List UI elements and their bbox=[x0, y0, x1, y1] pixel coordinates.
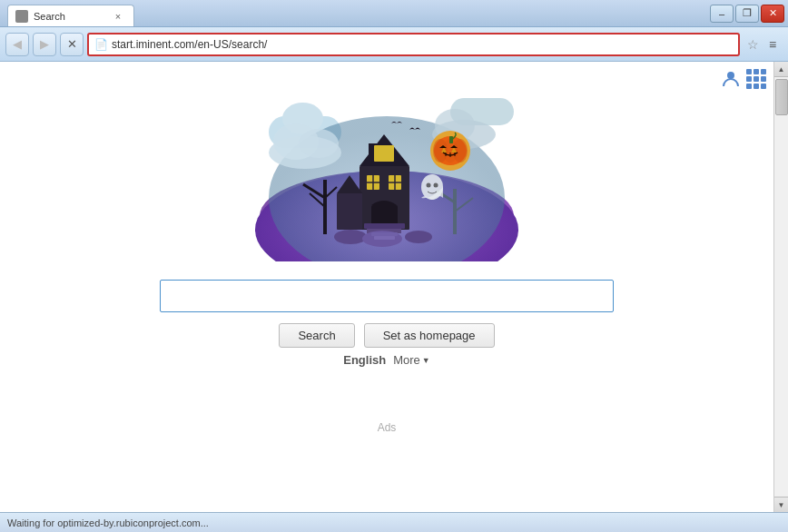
restore-button[interactable]: ❐ bbox=[735, 5, 759, 23]
page-area: Search Set as homepage English More ▼ Ad… bbox=[0, 62, 773, 512]
svg-rect-49 bbox=[371, 232, 398, 236]
browser-tab[interactable]: Search × bbox=[7, 5, 134, 26]
top-right-icons bbox=[721, 69, 766, 89]
navigation-bar: ◀ ▶ ✕ 📄 start.iminent.com/en-US/search/ … bbox=[0, 27, 788, 62]
tab-area: Search × bbox=[4, 0, 710, 26]
status-bar: Waiting for optimized-by.rubiconproject.… bbox=[0, 512, 788, 532]
address-text: start.iminent.com/en-US/search/ bbox=[112, 38, 733, 51]
scroll-down-button[interactable]: ▼ bbox=[774, 497, 789, 512]
svg-point-33 bbox=[434, 183, 438, 188]
window-controls: – ❐ ✕ bbox=[710, 5, 784, 23]
scroll-track[interactable] bbox=[774, 77, 788, 497]
search-buttons: Search Set as homepage bbox=[279, 323, 494, 348]
ads-label: Ads bbox=[378, 421, 397, 434]
tab-close-button[interactable]: × bbox=[112, 10, 124, 23]
language-label: English bbox=[343, 353, 386, 367]
svg-rect-22 bbox=[364, 223, 405, 229]
grid-icon[interactable] bbox=[746, 69, 766, 89]
search-input[interactable] bbox=[160, 280, 614, 312]
svg-point-5 bbox=[299, 129, 339, 158]
forward-button[interactable]: ▶ bbox=[33, 33, 56, 56]
menu-button[interactable]: ≡ bbox=[763, 34, 783, 54]
language-row: English More ▼ bbox=[343, 353, 430, 367]
scrollbar: ▲ ▼ bbox=[773, 62, 788, 512]
status-text: Waiting for optimized-by.rubiconproject.… bbox=[7, 517, 781, 528]
homepage-button[interactable]: Set as homepage bbox=[364, 323, 495, 348]
address-bar[interactable]: 📄 start.iminent.com/en-US/search/ bbox=[87, 33, 740, 56]
page-icon: 📄 bbox=[94, 38, 108, 51]
scroll-up-button[interactable]: ▲ bbox=[774, 62, 789, 77]
svg-rect-50 bbox=[374, 236, 395, 240]
person-icon[interactable] bbox=[721, 69, 741, 89]
more-text: More bbox=[393, 353, 420, 367]
search-button[interactable]: Search bbox=[279, 323, 354, 348]
illustration bbox=[251, 89, 523, 261]
more-arrow: ▼ bbox=[422, 356, 430, 365]
stop-reload-button[interactable]: ✕ bbox=[60, 33, 84, 56]
search-area: Search Set as homepage English More ▼ Ad… bbox=[160, 280, 614, 434]
browser-content: Search Set as homepage English More ▼ Ad… bbox=[0, 62, 788, 512]
svg-point-0 bbox=[727, 72, 734, 79]
svg-rect-18 bbox=[374, 145, 394, 162]
more-link[interactable]: More ▼ bbox=[393, 353, 430, 367]
svg-rect-20 bbox=[337, 193, 362, 230]
close-button[interactable]: ✕ bbox=[761, 5, 784, 23]
scroll-thumb[interactable] bbox=[775, 79, 788, 115]
svg-point-47 bbox=[405, 231, 432, 243]
bookmark-button[interactable]: ☆ bbox=[747, 37, 759, 52]
svg-point-46 bbox=[334, 230, 367, 244]
tab-title: Search bbox=[34, 11, 106, 22]
tab-favicon bbox=[15, 10, 28, 23]
svg-point-32 bbox=[427, 183, 431, 188]
back-button[interactable]: ◀ bbox=[5, 33, 29, 56]
title-bar: Search × – ❐ ✕ bbox=[0, 0, 788, 27]
halloween-scene bbox=[251, 89, 523, 261]
svg-rect-38 bbox=[449, 136, 453, 143]
minimize-button[interactable]: – bbox=[710, 5, 734, 23]
